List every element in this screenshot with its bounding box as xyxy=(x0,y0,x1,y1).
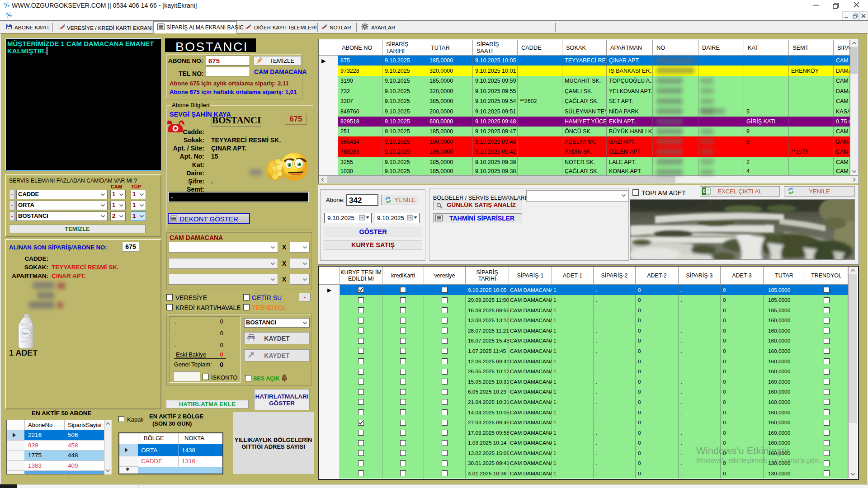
svg-text:Topla: Topla xyxy=(22,332,29,335)
